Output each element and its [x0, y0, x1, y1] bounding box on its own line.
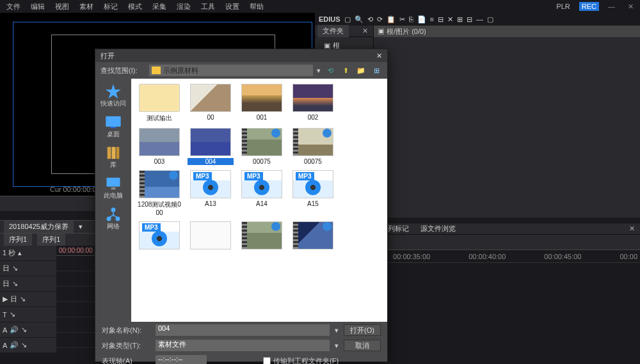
tool-icon[interactable]: ⟲ [367, 15, 373, 24]
close-icon[interactable]: ✕ [376, 52, 382, 60]
sidebar-network[interactable]: 网络 [97, 205, 130, 231]
file-item[interactable] [290, 221, 336, 251]
file-label: 002 [290, 114, 336, 121]
cancel-button[interactable]: 取消 [344, 340, 381, 351]
blank-thumbnail [190, 221, 231, 249]
recorder-label: PLR [552, 1, 573, 12]
file-label: 00 [188, 114, 234, 121]
transfer-checkbox[interactable]: 传输到工程文件夹(F) [263, 356, 339, 365]
tool-icon[interactable]: ≡ [430, 15, 434, 24]
paste-icon[interactable]: 📄 [417, 15, 426, 24]
track-v1[interactable]: ▶日↘ [0, 292, 56, 307]
menu-settings[interactable]: 设置 [221, 1, 243, 13]
folder-icon [152, 67, 161, 74]
file-label: 测试输出 [136, 114, 182, 123]
file-grid: 测试输出0000100200300400075000751208测试视频000A… [131, 79, 387, 322]
dropdown-icon[interactable]: ▾ [335, 342, 339, 350]
tool-icon[interactable]: ✕ [447, 15, 453, 24]
filename-label: 对象名称(N): [102, 326, 150, 335]
close-icon[interactable]: ▢ [487, 15, 493, 24]
file-item[interactable]: 测试输出 [136, 84, 182, 123]
open-button[interactable]: 打开(O) [344, 324, 381, 336]
tool-icon[interactable]: ⊟ [467, 15, 472, 24]
file-item[interactable]: 1208测试视频000 [136, 170, 182, 216]
dropdown-icon[interactable]: ▾ [335, 326, 339, 335]
file-item[interactable]: 004 [188, 128, 234, 165]
back-icon[interactable]: ⟲ [324, 65, 336, 76]
file-item[interactable]: A13 [188, 170, 234, 216]
svg-rect-2 [108, 147, 111, 159]
menu-clip[interactable]: 素材 [76, 1, 97, 13]
svg-rect-6 [111, 187, 116, 190]
track-v3[interactable]: 日↘ [0, 261, 56, 276]
file-item[interactable]: 00 [188, 84, 234, 123]
close-icon[interactable]: ✕ [624, 1, 637, 12]
tool-icon[interactable]: ⊟ [438, 15, 444, 24]
track-title[interactable]: T↘ [0, 307, 56, 322]
dropdown-icon[interactable]: ▾ [317, 67, 321, 75]
sidebar-desktop[interactable]: 桌面 [97, 113, 130, 139]
view-icon[interactable]: ⊞ [371, 65, 382, 76]
copy-icon[interactable]: ⎘ [409, 15, 413, 24]
file-item[interactable]: A14 [239, 170, 285, 216]
track-a2[interactable]: A🔊↘ [0, 338, 56, 353]
minimize-icon[interactable]: — [476, 15, 483, 24]
menu-mode[interactable]: 模式 [124, 1, 146, 13]
file-label: A13 [188, 200, 234, 207]
file-item[interactable]: 003 [136, 128, 182, 165]
tool-icon[interactable]: ⟳ [377, 15, 383, 24]
file-item[interactable]: 00075 [290, 128, 336, 165]
file-item[interactable]: A15 [290, 170, 336, 216]
search-icon[interactable]: 🔍 [355, 15, 364, 24]
project-name-tab[interactable]: 20180425威力保养 [4, 221, 74, 233]
sidebar-quick-access[interactable]: 快速访问 [97, 83, 130, 108]
sequence-tab-1[interactable]: 序列1 [4, 233, 32, 246]
track-scale[interactable]: 1 秒▴ [0, 246, 56, 261]
render-label: 表现轴(A) [102, 356, 150, 365]
close-icon[interactable]: ✕ [627, 225, 637, 233]
file-item[interactable] [188, 221, 234, 251]
menu-help[interactable]: 帮助 [246, 1, 268, 13]
file-label: A14 [239, 200, 285, 207]
cut-icon[interactable]: ✂ [399, 15, 405, 24]
menu-capture[interactable]: 采集 [148, 1, 170, 13]
chevron-down-icon[interactable]: ▾ [79, 223, 83, 231]
new-icon[interactable]: ▢ [344, 15, 351, 24]
file-item[interactable]: 001 [239, 84, 285, 123]
file-item[interactable] [136, 221, 182, 251]
sidebar-this-pc[interactable]: 此电脑 [97, 175, 130, 200]
filetype-dropdown[interactable]: 素材文件 [156, 340, 330, 351]
video-thumbnail [241, 221, 282, 249]
menu-marker[interactable]: 标记 [100, 1, 122, 13]
menu-render[interactable]: 渲染 [173, 1, 195, 13]
bin-content[interactable] [374, 37, 640, 218]
file-open-dialog: 打开 ✕ 查找范围(I): 示例原材料 ▾ ⟲ ⬆ 📁 ⊞ 快速访问 桌面 库 [95, 49, 388, 362]
tab-source-browse[interactable]: 源文件浏览 [415, 223, 461, 235]
svg-rect-3 [112, 147, 116, 159]
new-folder-icon[interactable]: 📁 [355, 65, 367, 76]
track-a1[interactable]: A🔊↘ [0, 322, 56, 338]
filename-input[interactable]: 004 [156, 324, 330, 336]
folders-tab[interactable]: 文件夹 [317, 25, 349, 37]
tool-icon[interactable]: 📋 [387, 15, 396, 24]
minimize-icon[interactable]: — [604, 1, 619, 12]
menu-tools[interactable]: 工具 [197, 1, 219, 13]
sequence-tab-2[interactable]: 序列1 [37, 233, 65, 246]
mp3-thumbnail [190, 170, 231, 198]
svg-rect-4 [116, 147, 120, 159]
file-item[interactable]: 002 [290, 84, 336, 123]
menu-edit[interactable]: 编辑 [27, 1, 49, 13]
mp3-thumbnail [292, 170, 333, 198]
up-icon[interactable]: ⬆ [340, 65, 351, 76]
menu-view[interactable]: 视图 [51, 1, 73, 13]
menu-file[interactable]: 文件 [3, 1, 24, 13]
sidebar-library[interactable]: 库 [97, 144, 130, 170]
file-item[interactable]: 00075 [239, 128, 285, 165]
dialog-titlebar[interactable]: 打开 ✕ [95, 49, 387, 62]
tool-icon[interactable]: ⊞ [457, 15, 463, 24]
path-dropdown[interactable]: 示例原材料 [149, 65, 313, 76]
close-icon[interactable]: ✕ [360, 27, 371, 35]
file-item[interactable] [239, 221, 285, 251]
track-v2[interactable]: 日↘ [0, 276, 56, 292]
svg-point-7 [111, 208, 116, 212]
